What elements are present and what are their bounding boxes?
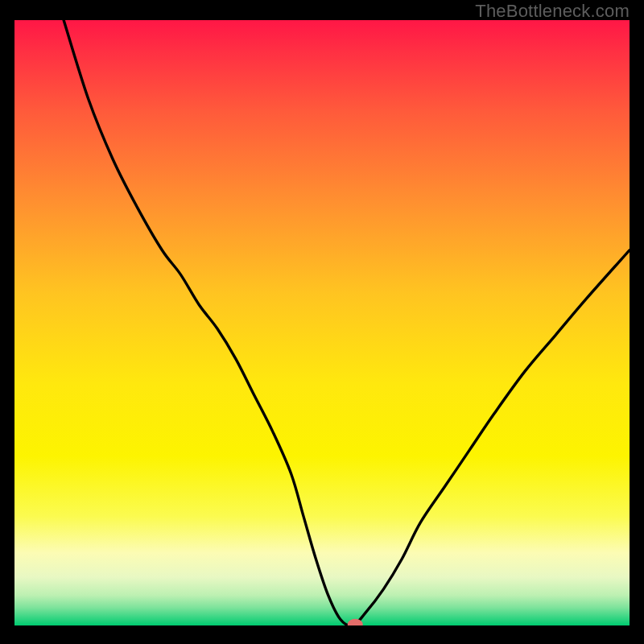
plot-area [14, 20, 630, 625]
curve-overlay [14, 20, 630, 625]
chart-frame: TheBottleneck.com [0, 0, 644, 644]
watermark: TheBottleneck.com [475, 0, 630, 22]
